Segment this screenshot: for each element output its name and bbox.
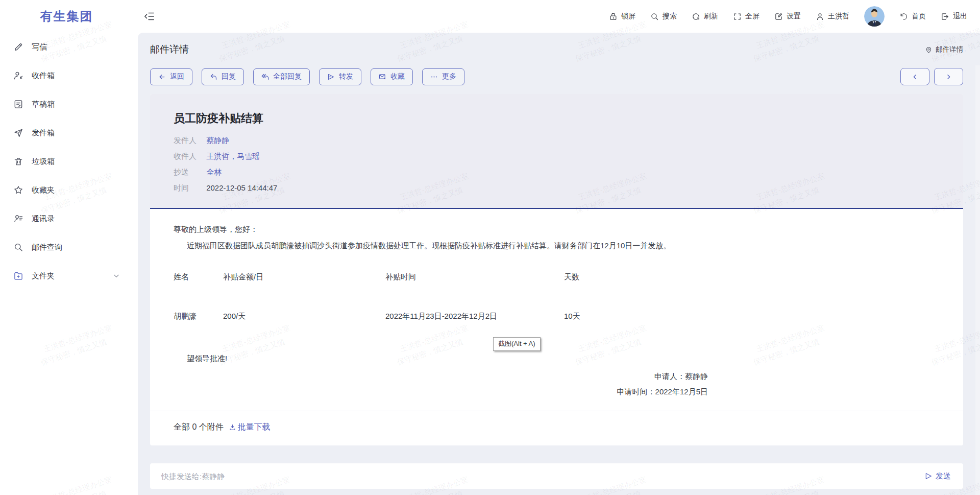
avatar[interactable] (864, 6, 885, 27)
send-button[interactable]: 发送 (924, 472, 951, 481)
top-header: 锁屏 搜索 刷新 全屏 设置 (133, 0, 980, 33)
inbox-icon (13, 70, 23, 81)
sidebar-item-favorites[interactable]: 收藏夹 (0, 176, 133, 204)
folder-add-icon (13, 271, 23, 281)
attachments-summary: 全部 0 个附件 (174, 422, 224, 433)
chevron-down-icon (113, 272, 120, 279)
forward-button[interactable]: 转发 (319, 68, 361, 85)
download-icon (229, 423, 236, 431)
sidebar-item-drafts[interactable]: 草稿箱 (0, 90, 133, 119)
page-title: 邮件详情 (150, 43, 189, 56)
refresh-icon (692, 12, 700, 21)
mail-pagination (900, 68, 963, 85)
star-icon (13, 185, 23, 195)
home-button[interactable]: 首页 (899, 12, 926, 21)
reply-all-icon (261, 73, 269, 81)
sidebar-item-compose[interactable]: 写信 (0, 33, 133, 61)
fullscreen-icon (733, 12, 742, 21)
drafts-icon (13, 99, 23, 109)
sidebar-item-inbox[interactable]: 收件箱 (0, 61, 133, 90)
sidebar-item-label: 草稿箱 (32, 100, 55, 109)
recipients-link[interactable]: 王洪哲，马雪瑶 (206, 152, 260, 160)
subsidy-table: 姓名 补贴金额/日 补贴时间 天数 胡鹏濠 200/天 2022年11月23日-… (174, 271, 940, 321)
refresh-button[interactable]: 刷新 (692, 12, 718, 21)
location-pin-icon (925, 46, 933, 54)
sidebar-item-label: 邮件查询 (32, 243, 62, 252)
sidebar-item-label: 发件箱 (32, 128, 55, 138)
favorite-button[interactable]: 收藏 (371, 68, 413, 85)
table-header-row: 姓名 补贴金额/日 补贴时间 天数 (174, 271, 940, 282)
applicant-name: 申请人：蔡静静 (174, 369, 708, 384)
more-button[interactable]: 更多 (422, 68, 464, 85)
next-mail-button[interactable] (934, 68, 963, 85)
contacts-icon (13, 214, 23, 224)
search-icon (650, 12, 659, 21)
compose-icon (13, 42, 23, 52)
mail-body: 尊敬的上级领导，您好： 近期福田区数据团队成员胡鹏濠被抽调沙头街道参加疫情数据处… (150, 209, 963, 411)
quick-send-input[interactable] (161, 472, 924, 481)
ellipsis-icon (430, 73, 438, 81)
sidebar-item-folders[interactable]: 文件夹 (0, 262, 133, 290)
mail-meta-cc: 抄送 全林 (174, 164, 940, 180)
reply-icon (210, 73, 217, 81)
mail-meta-recipients: 收件人 王洪哲，马雪瑶 (174, 148, 940, 164)
breadcrumb: 邮件详情 (925, 45, 963, 54)
sidebar-item-label: 收件箱 (32, 71, 55, 81)
app-logo: 有生集团 (0, 0, 133, 33)
sidebar-item-mail-search[interactable]: 邮件查询 (0, 233, 133, 262)
prev-mail-button[interactable] (900, 68, 929, 85)
settings-button[interactable]: 设置 (774, 12, 801, 21)
sidebar-nav: 写信 收件箱 草稿箱 发件箱 垃圾箱 收藏夹 (0, 33, 133, 290)
mail-time: 2022-12-05 14:44:47 (206, 183, 277, 192)
screenshot-tooltip: 截图(Alt + A) (493, 337, 541, 351)
sidebar-item-label: 收藏夹 (32, 185, 55, 195)
sent-icon (13, 128, 23, 138)
applicant-block: 申请人：蔡静静 申请时间：2022年12月5日 (174, 369, 940, 399)
batch-download-link[interactable]: 批量下载 (229, 422, 271, 433)
mail-meta-time: 时间 2022-12-05 14:44:47 (174, 180, 940, 196)
lock-screen-button[interactable]: 锁屏 (609, 12, 635, 21)
user-icon (816, 12, 824, 21)
app-root: 有生集团 写信 收件箱 草稿箱 发件箱 垃圾箱 (0, 0, 980, 495)
mail-detail-card: 员工防疫补贴结算 发件人 蔡静静 收件人 王洪哲，马雪瑶 抄送 全林 时间 (150, 94, 963, 445)
table-row: 胡鹏濠 200/天 2022年11月23日-2022年12月2日 10天 (174, 311, 940, 321)
logout-icon (941, 12, 949, 21)
reply-all-button[interactable]: 全部回复 (253, 68, 310, 85)
attachments-bar: 全部 0 个附件 批量下载 (150, 411, 963, 445)
sidebar-item-sent[interactable]: 发件箱 (0, 119, 133, 147)
mail-meta-sender: 发件人 蔡静静 (174, 132, 940, 148)
send-icon (924, 472, 933, 480)
mail-star-icon (379, 73, 386, 81)
sidebar-item-contacts[interactable]: 通讯录 (0, 204, 133, 233)
mail-greeting: 尊敬的上级领导，您好： (174, 224, 940, 234)
menu-fold-icon[interactable] (144, 11, 155, 22)
arrow-left-icon (158, 73, 166, 81)
sidebar: 有生集团 写信 收件箱 草稿箱 发件箱 垃圾箱 (0, 0, 133, 495)
sidebar-item-trash[interactable]: 垃圾箱 (0, 147, 133, 176)
sidebar-item-label: 垃圾箱 (32, 157, 55, 167)
mail-paragraph: 近期福田区数据团队成员胡鹏濠被抽调沙头街道参加疫情数据处理工作。现根据防疫补贴标… (174, 240, 940, 251)
settings-icon (774, 12, 783, 21)
mail-closing: 望领导批准! (174, 353, 940, 364)
sidebar-item-label: 写信 (32, 42, 47, 52)
logout-button[interactable]: 退出 (941, 12, 967, 21)
quick-send-bar: 发送 (150, 463, 963, 489)
reply-button[interactable]: 回复 (202, 68, 244, 85)
back-button[interactable]: 返回 (150, 68, 192, 85)
current-user[interactable]: 王洪哲 (816, 12, 849, 21)
main-column: 锁屏 搜索 刷新 全屏 设置 (133, 0, 980, 495)
mail-header: 员工防疫补贴结算 发件人 蔡静静 收件人 王洪哲，马雪瑶 抄送 全林 时间 (150, 94, 963, 209)
search-button[interactable]: 搜索 (650, 12, 677, 21)
sender-link[interactable]: 蔡静静 (206, 136, 229, 145)
search-icon (13, 242, 23, 252)
trash-icon (13, 156, 23, 167)
content-panel: 邮件详情 邮件详情 返回 回复 (138, 33, 980, 495)
fullscreen-button[interactable]: 全屏 (733, 12, 760, 21)
lock-icon (609, 12, 618, 21)
vertical-scrollbar[interactable] (975, 65, 980, 495)
sidebar-item-label: 通讯录 (32, 214, 55, 224)
toolbar-buttons: 返回 回复 全部回复 转发 (150, 68, 464, 85)
header-actions: 锁屏 搜索 刷新 全屏 设置 (609, 6, 967, 27)
chevron-left-icon (912, 74, 918, 80)
cc-link[interactable]: 全林 (206, 168, 222, 176)
